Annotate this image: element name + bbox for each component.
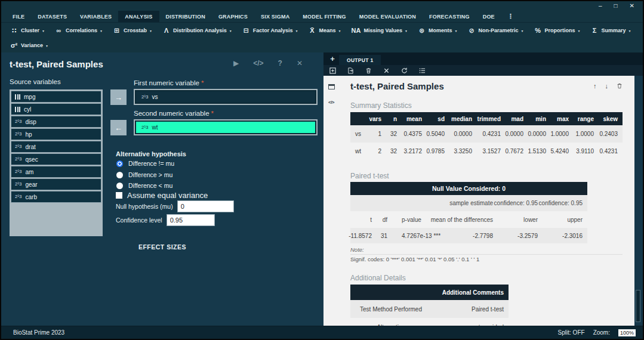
menu-distribution[interactable]: DISTRIBUTION <box>159 11 212 22</box>
tool-crosstab[interactable]: ⊞Crosstab▾ <box>107 27 157 35</box>
radio-selected-icon[interactable] <box>116 160 123 167</box>
menu-file[interactable]: FILE <box>6 11 31 22</box>
code-icon[interactable]: </> <box>328 100 334 105</box>
source-variables-label: Source variables <box>10 78 61 85</box>
move-left-button[interactable]: ← <box>110 120 127 135</box>
tool-factor-analysis[interactable]: ⊟Factor Analysis▾ <box>237 27 303 35</box>
add-output-tab-button[interactable]: + <box>326 54 339 63</box>
menu-model-evaluation[interactable]: MODEL EVALUATION <box>353 11 423 22</box>
tool-proportions[interactable]: %Proportions▾ <box>529 27 586 34</box>
tool-means[interactable]: X̄Means▾ <box>303 27 346 34</box>
tool-label: Variance <box>21 42 43 48</box>
list-item[interactable]: 2¹3carb <box>11 191 101 203</box>
tool-missing-values[interactable]: NAMissing Values▾ <box>346 27 412 34</box>
radio-difference-lt-mu[interactable]: Difference < mu <box>116 182 172 189</box>
grid-icon: ⊞ <box>113 27 121 35</box>
tool-label: Distribution Analysis <box>173 27 227 33</box>
tool-distribution-analysis[interactable]: ΛDistribution Analysis▾ <box>157 27 237 34</box>
close-output-icon[interactable] <box>383 67 390 74</box>
app-window: – □ ✕ FILE DATASETS VARIABLES ANALYSIS D… <box>0 0 644 340</box>
scrollbar[interactable] <box>634 76 643 326</box>
radio-difference-ne-mu[interactable]: Difference != mu <box>116 160 174 167</box>
more-menu-icon[interactable]: ⋮ <box>501 11 520 22</box>
close-icon[interactable]: ✕ <box>297 59 303 67</box>
cluster-icon: ∷ <box>10 27 18 35</box>
second-variable-field[interactable]: 2¹3 wt <box>134 119 318 135</box>
app-name: BioStat Prime 2023 <box>13 329 64 336</box>
code-icon[interactable]: </> <box>253 59 263 67</box>
additional-details-title: Additional Details <box>350 274 623 282</box>
radio-difference-gt-mu[interactable]: Difference > mu <box>116 171 172 178</box>
list-view-icon[interactable] <box>419 67 426 74</box>
tool-moments[interactable]: ⊛Moments▾ <box>412 27 463 35</box>
scrollbar-thumb[interactable] <box>636 290 640 322</box>
variable-name: hp <box>26 131 32 138</box>
menu-model-fitting[interactable]: MODEL FITTING <box>296 11 352 22</box>
confidence-level-label: Confidence level <box>116 217 162 224</box>
output-content: </> t-test, Paired Samples ↑ ↓ Summary S… <box>323 76 634 326</box>
menu-variables[interactable]: VARIABLES <box>73 11 118 22</box>
add-card-icon[interactable] <box>329 67 336 74</box>
chevron-down-icon: ▾ <box>46 44 48 48</box>
maximize-icon[interactable]: □ <box>614 3 618 9</box>
table-header-row: Additional Comments <box>350 285 509 300</box>
signif-codes: Signif. codes: 0 '***' 0.001 '**' 0.01 '… <box>350 256 623 262</box>
menu-analysis[interactable]: ANALYSIS <box>118 11 159 22</box>
first-variable-field[interactable]: 2¹3 vs <box>134 89 318 105</box>
curve-icon: Λ <box>162 27 170 34</box>
output-toolbar <box>323 65 643 76</box>
refresh-icon[interactable] <box>401 67 408 74</box>
effect-sizes-button[interactable]: EFFECT SIZES <box>115 243 210 251</box>
numeric-type-icon: 2¹3 <box>15 132 22 137</box>
checkbox-icon[interactable] <box>116 192 122 199</box>
analysis-ribbon-row2: σ²Variance▾ <box>1 38 643 52</box>
tool-cluster[interactable]: ∷Cluster▾ <box>5 27 50 35</box>
radio-label: Difference != mu <box>128 160 174 167</box>
help-icon[interactable]: ? <box>278 59 282 67</box>
minimize-icon[interactable]: – <box>599 3 602 9</box>
menu-datasets[interactable]: DATASETS <box>31 11 73 22</box>
move-up-icon[interactable]: ↑ <box>593 82 597 89</box>
tool-survival[interactable]: ♥Survival▾ <box>636 27 644 34</box>
variable-name: drat <box>26 144 36 150</box>
close-icon[interactable]: ✕ <box>630 3 634 9</box>
null-hypothesis-row: Null hypothesis (mu) <box>116 200 234 212</box>
list-item[interactable]: 2¹3gear <box>11 178 101 190</box>
split-status[interactable]: Split: OFF <box>558 329 585 336</box>
menu-forecasting[interactable]: FORECASTING <box>423 11 476 22</box>
move-down-icon[interactable]: ↓ <box>605 82 609 89</box>
list-item[interactable]: 2¹3qsec <box>11 153 101 165</box>
radio-icon[interactable] <box>116 183 123 189</box>
null-hypothesis-input[interactable] <box>177 200 234 212</box>
tool-variance[interactable]: σ²Variance▾ <box>5 42 53 49</box>
card-view-icon[interactable] <box>328 84 335 89</box>
tool-label: Non-Parametric <box>479 27 519 33</box>
move-right-button[interactable]: → <box>110 89 127 105</box>
tab-output-1[interactable]: OUTPUT 1 <box>339 55 381 65</box>
bars-icon <box>15 107 20 112</box>
list-item[interactable]: 2¹3am <box>11 166 101 178</box>
run-icon[interactable]: ▶ <box>233 59 239 67</box>
confidence-level-input[interactable] <box>167 214 215 226</box>
menu-graphics[interactable]: GRAPHICS <box>212 11 254 22</box>
trash-icon[interactable] <box>365 67 372 74</box>
list-item[interactable]: cyl <box>11 103 101 115</box>
zoom-value[interactable]: 100% <box>618 329 636 336</box>
tool-correlations[interactable]: ∞Correlations▾ <box>50 27 107 34</box>
list-item[interactable]: 2¹3drat <box>11 141 101 153</box>
trash-icon[interactable] <box>617 83 623 89</box>
menu-doe[interactable]: DOE <box>476 11 501 22</box>
list-item[interactable]: mpg <box>11 91 101 103</box>
required-mark: * <box>201 79 204 86</box>
numeric-type-icon: 2¹3 <box>15 157 22 162</box>
first-variable-label: First numeric variable* <box>134 79 204 86</box>
menu-six-sigma[interactable]: SIX SIGMA <box>254 11 296 22</box>
numeric-type-icon: 2¹3 <box>15 144 22 149</box>
assume-equal-variance-option[interactable]: Assume equal variance <box>116 191 208 200</box>
tool-summary[interactable]: ΣSummary▾ <box>586 27 636 34</box>
list-item[interactable]: 2¹3hp <box>11 128 101 140</box>
tool-non-parametric[interactable]: ⊘Non-Parametric▾ <box>463 27 529 35</box>
list-item[interactable]: 2¹3disp <box>11 116 101 128</box>
radio-icon[interactable] <box>116 172 123 178</box>
export-icon[interactable] <box>347 67 354 74</box>
